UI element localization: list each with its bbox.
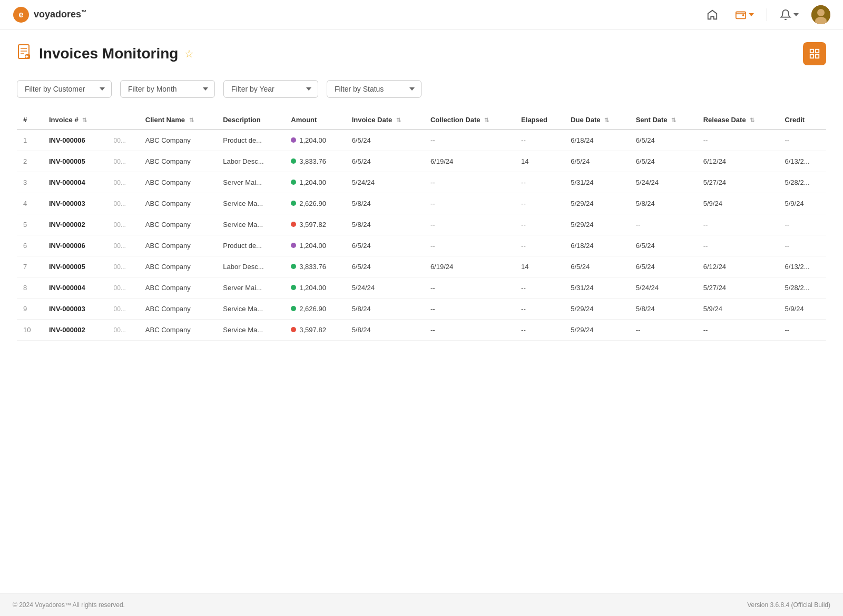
cell-due-date: 5/29/24 [564,320,629,341]
cell-release-date: 5/9/24 [697,299,779,320]
table-row[interactable]: 1 INV-000006 00... ABC Company Product d… [17,130,826,151]
status-dot [291,137,296,143]
cell-release-date: -- [697,235,779,256]
cell-elapsed: 14 [515,151,564,172]
status-dot [291,243,296,248]
cell-collection-date: -- [424,193,515,214]
cell-collection-date: -- [424,172,515,193]
table-row[interactable]: 3 INV-000004 00... ABC Company Server Ma… [17,172,826,193]
grid-view-button[interactable] [803,42,826,65]
cell-client: ABC Company [139,235,217,256]
cell-invoice-date: 5/24/24 [346,172,424,193]
cell-collection-date: 6/19/24 [424,256,515,277]
cell-due-date: 6/18/24 [564,130,629,151]
filter-year[interactable]: Filter by Year [223,80,318,98]
home-button[interactable] [702,7,722,23]
cell-amount: 3,833.76 [285,256,345,277]
cell-client: ABC Company [139,151,217,172]
cell-invoice-date: 5/8/24 [346,299,424,320]
table-row[interactable]: 6 INV-000006 00... ABC Company Product d… [17,235,826,256]
col-client: Client Name ⇅ [139,111,217,130]
cell-sent-date: 6/5/24 [630,130,697,151]
cell-release-date: 6/12/24 [697,151,779,172]
cell-credit: 6/13/2... [779,151,826,172]
sort-invoice-icon[interactable]: ⇅ [82,117,87,123]
cell-desc: Service Ma... [217,193,285,214]
cell-elapsed: -- [515,299,564,320]
col-elapsed: Elapsed [515,111,564,130]
page-header: Invoices Monitoring ☆ [17,42,826,65]
cell-desc: Product de... [217,235,285,256]
cell-desc: Server Mai... [217,172,285,193]
notifications-button[interactable] [776,7,803,23]
cell-release-date: 5/9/24 [697,193,779,214]
favorite-star-icon[interactable]: ☆ [184,47,194,60]
col-credit: Credit [779,111,826,130]
cell-client: ABC Company [139,277,217,299]
cell-release-date: -- [697,214,779,235]
table-row[interactable]: 8 INV-000004 00... ABC Company Server Ma… [17,277,826,299]
table-row[interactable]: 7 INV-000005 00... ABC Company Labor Des… [17,256,826,277]
table-row[interactable]: 5 INV-000002 00... ABC Company Service M… [17,214,826,235]
cell-credit: -- [779,320,826,341]
cell-invoice: INV-000002 [43,214,107,235]
sort-due-date-icon[interactable]: ⇅ [604,117,609,123]
page-title-group: Invoices Monitoring ☆ [17,44,194,64]
col-num: # [17,111,43,130]
filter-customer[interactable]: Filter by Customer [17,80,112,98]
cell-amount: 2,626.90 [285,299,345,320]
cell-invoice-date: 6/5/24 [346,151,424,172]
cell-amount: 2,626.90 [285,193,345,214]
sort-release-date-icon[interactable]: ⇅ [750,117,754,123]
footer-copyright: © 2024 Voyadores™ All rights reserved. [13,601,125,609]
status-dot [291,158,296,164]
col-due-date: Due Date ⇅ [564,111,629,130]
table-row[interactable]: 2 INV-000005 00... ABC Company Labor Des… [17,151,826,172]
wallet-chevron-icon [749,13,754,16]
filters-bar: Filter by Customer Filter by Month Filte… [17,80,826,98]
page-title: Invoices Monitoring [39,45,178,62]
table-row[interactable]: 9 INV-000003 00... ABC Company Service M… [17,299,826,320]
filter-status[interactable]: Filter by Status [327,80,422,98]
avatar[interactable] [811,5,830,24]
table-body: 1 INV-000006 00... ABC Company Product d… [17,130,826,341]
cell-desc: Labor Desc... [217,256,285,277]
cell-invoice: INV-000004 [43,172,107,193]
svg-rect-15 [810,55,813,58]
cell-invoice-date: 5/8/24 [346,193,424,214]
cell-release-date: -- [697,320,779,341]
table-row[interactable]: 4 INV-000003 00... ABC Company Service M… [17,193,826,214]
bell-icon [780,9,791,21]
cell-collection-date: 6/19/24 [424,151,515,172]
cell-desc: Service Ma... [217,299,285,320]
cell-num: 8 [17,277,43,299]
svg-rect-13 [810,49,813,53]
svg-text:e: e [19,10,24,19]
cell-sent-date: -- [630,214,697,235]
sort-client-icon[interactable]: ⇅ [189,117,194,123]
cell-code: 00... [107,320,139,341]
col-amount: Amount [285,111,345,130]
table-row[interactable]: 10 INV-000002 00... ABC Company Service … [17,320,826,341]
sort-sent-date-icon[interactable]: ⇅ [671,117,676,123]
col-collection-date: Collection Date ⇅ [424,111,515,130]
cell-num: 9 [17,299,43,320]
wallet-button[interactable] [731,7,758,23]
cell-credit: -- [779,130,826,151]
cell-sent-date: 5/8/24 [630,193,697,214]
footer-version: Version 3.6.8.4 (Official Build) [747,601,830,609]
cell-due-date: 5/29/24 [564,193,629,214]
svg-rect-16 [816,55,819,58]
status-dot [291,180,296,185]
grid-icon [809,48,820,59]
navbar-divider [767,8,767,21]
cell-desc: Service Ma... [217,320,285,341]
filter-month[interactable]: Filter by Month [120,80,215,98]
sort-collection-date-icon[interactable]: ⇅ [484,117,489,123]
sort-invoice-date-icon[interactable]: ⇅ [396,117,401,123]
cell-invoice: INV-000005 [43,151,107,172]
cell-code: 00... [107,193,139,214]
cell-credit: -- [779,214,826,235]
cell-sent-date: -- [630,320,697,341]
cell-elapsed: 14 [515,256,564,277]
